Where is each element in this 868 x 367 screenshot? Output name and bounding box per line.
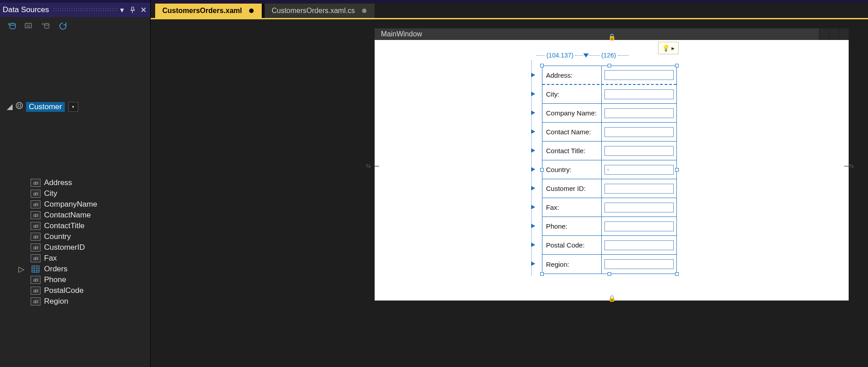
tree-field-label: City (44, 189, 57, 198)
tree-field-contacttitle[interactable]: ablContactTitle (31, 221, 146, 231)
row-splitter-icon[interactable] (531, 92, 535, 96)
text-field-icon: abl (31, 179, 40, 187)
form-field-cell (602, 198, 676, 217)
column1-width-label: (104.137) (545, 52, 575, 59)
lightbulb-icon: 💡 (662, 44, 670, 52)
close-button[interactable] (839, 28, 849, 40)
form-row: City: (542, 85, 676, 104)
expander-expand-icon[interactable]: ▷ (18, 266, 24, 272)
rail-left (375, 166, 379, 167)
row-splitter-icon[interactable] (531, 111, 535, 115)
grid-icon (31, 265, 40, 273)
tree-field-customerid[interactable]: ablCustomerID (31, 242, 146, 253)
add-query-icon[interactable]: + (40, 21, 51, 31)
row-splitter-icon[interactable] (531, 261, 535, 266)
form-textbox[interactable] (604, 203, 674, 212)
tree-field-label: CustomerID (44, 243, 85, 252)
tree-field-postalcode[interactable]: ablPostalCode (31, 285, 146, 296)
tree-field-label: Phone (44, 275, 66, 284)
form-row: Address: (542, 66, 676, 85)
tree-field-orders[interactable]: ▷Orders (31, 264, 146, 274)
tree-field-contactname[interactable]: ablContactName (31, 210, 146, 221)
tree-field-companyname[interactable]: ablCompanyName (31, 199, 146, 210)
text-field-icon: abl (31, 200, 40, 208)
resize-handle[interactable] (540, 168, 544, 172)
panel-drag-grip[interactable] (53, 7, 118, 13)
tree-field-address[interactable]: ablAddress (31, 177, 146, 188)
form-textbox[interactable] (604, 146, 674, 156)
minimize-button[interactable] (819, 28, 829, 40)
column-width-ruler: (104.137) (126) (537, 51, 681, 59)
form-textbox[interactable] (604, 165, 674, 175)
form-field-cell (602, 160, 676, 179)
form-label: Contact Name: (542, 123, 602, 141)
edit-dataset-icon[interactable] (23, 21, 34, 31)
column2-width-label: (126) (600, 52, 618, 59)
resize-handle[interactable] (675, 168, 679, 172)
form-field-cell (602, 217, 676, 235)
svg-point-4 (45, 23, 49, 25)
column-splitter-triangle-icon[interactable] (583, 53, 589, 57)
form-label: Fax: (542, 198, 602, 217)
tab-customersorders-cs[interactable]: CustomersOrders.xaml.cs (264, 4, 375, 18)
form-textbox[interactable] (604, 89, 674, 99)
form-field-cell (602, 141, 676, 160)
form-field-cell (602, 179, 676, 198)
row-splitter-icon[interactable] (531, 167, 535, 172)
editor-area: CustomersOrders.xaml CustomersOrders.xam… (151, 0, 868, 367)
tab-customersorders-xaml[interactable]: CustomersOrders.xaml (155, 4, 262, 18)
row-splitter-icon[interactable] (531, 148, 535, 153)
resize-handle[interactable] (675, 64, 679, 67)
tab-strip: CustomersOrders.xaml CustomersOrders.xam… (151, 3, 868, 18)
node-type-dropdown[interactable]: ▾ (68, 102, 78, 112)
row-splitter-icon[interactable] (531, 186, 535, 190)
tree-field-country[interactable]: ablCountry (31, 231, 146, 242)
row-height-rail (531, 60, 532, 276)
tree-field-region[interactable]: ablRegion (31, 296, 146, 307)
form-textbox[interactable] (604, 221, 674, 231)
maximize-button[interactable] (829, 28, 839, 40)
form-field-cell (602, 104, 676, 122)
form-textbox[interactable] (604, 184, 674, 194)
form-label: Customer ID: (542, 179, 602, 198)
resize-handle[interactable] (540, 272, 544, 276)
tree-field-phone[interactable]: ablPhone (31, 274, 146, 285)
unsaved-dot-icon (362, 9, 367, 13)
svg-rect-6 (32, 266, 39, 272)
resize-handle[interactable] (675, 272, 679, 276)
xaml-design-surface[interactable]: MainWindow 🔒 🔒 ⇆ ⇆ 💡 ▸ (151, 19, 868, 367)
text-field-icon: abl (31, 297, 40, 305)
form-textbox[interactable] (604, 127, 674, 137)
resize-handle[interactable] (540, 64, 544, 67)
tree-field-fax[interactable]: ablFax (31, 253, 146, 264)
row-splitter-icon[interactable] (531, 243, 535, 247)
expander-collapse-icon[interactable]: ◢ (6, 104, 13, 110)
form-label: Company Name: (542, 104, 602, 122)
row-splitter-icon[interactable] (531, 224, 535, 228)
text-field-icon: abl (31, 287, 40, 295)
refresh-icon[interactable] (58, 21, 68, 31)
form-label: City: (542, 85, 602, 103)
resize-handle[interactable] (608, 64, 611, 67)
close-panel-icon[interactable]: ✕ (139, 6, 148, 14)
row-splitter-icon[interactable] (531, 205, 535, 209)
window-title-text: MainWindow (381, 30, 422, 38)
form-textbox[interactable] (604, 259, 674, 269)
form-textbox[interactable] (604, 240, 674, 250)
form-label: Country: (542, 160, 602, 179)
pin-icon[interactable] (129, 6, 137, 14)
add-datasource-icon[interactable]: + (6, 21, 17, 31)
tree-field-city[interactable]: ablCity (31, 188, 146, 199)
form-grid[interactable]: Address:City:Company Name:Contact Name:C… (542, 66, 677, 274)
row-splitter-icon[interactable] (531, 129, 535, 134)
form-textbox[interactable] (604, 108, 674, 118)
row-splitter-icon[interactable] (531, 73, 535, 77)
resize-handle[interactable] (608, 272, 611, 276)
form-textbox[interactable] (604, 70, 674, 80)
text-field-icon: abl (31, 190, 40, 198)
tree-node-customer[interactable]: ◢ Customer ▾ (4, 36, 146, 177)
rail-right (844, 166, 849, 167)
panel-menu-dropdown-icon[interactable]: ▾ (118, 6, 126, 14)
tree-field-label: Country (44, 232, 71, 241)
svg-rect-2 (25, 23, 31, 28)
